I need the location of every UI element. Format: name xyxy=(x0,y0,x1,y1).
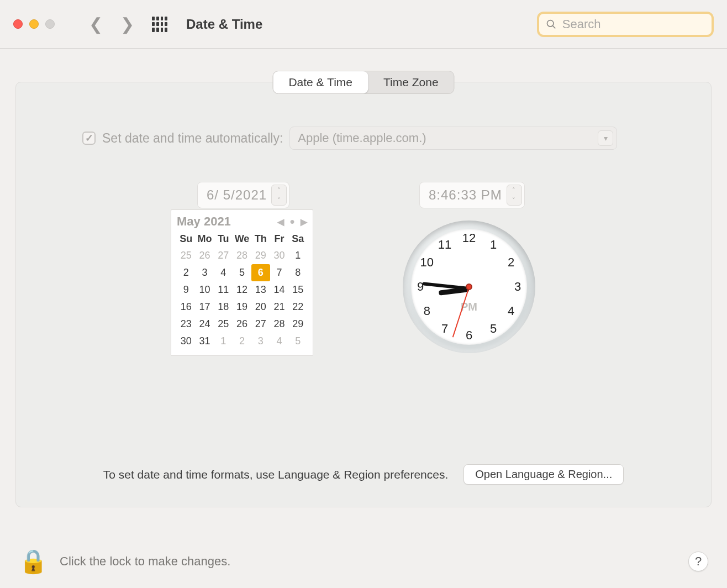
calendar-dow: Tu xyxy=(214,231,233,247)
calendar-day: 14 xyxy=(270,281,289,298)
calendar-day: 4 xyxy=(270,333,289,350)
calendar: May 2021 ◀ ● ▶ SuMoTuWeThFrSa25262728293… xyxy=(171,209,313,356)
calendar-header: May 2021 ◀ ● ▶ xyxy=(177,214,307,229)
lock-hint: Click the lock to make changes. xyxy=(60,554,230,569)
calendar-day: 8 xyxy=(288,264,307,281)
calendar-day: 4 xyxy=(214,264,233,281)
time-server-value: Apple (time.apple.com.) xyxy=(298,131,426,145)
clock-number: 2 xyxy=(503,255,519,270)
calendar-dow: Su xyxy=(177,231,196,247)
calendar-day: 16 xyxy=(177,298,196,316)
clock-number: 4 xyxy=(503,304,519,318)
calendar-day: 24 xyxy=(196,316,214,333)
tab-bar: Date & Time Time Zone xyxy=(272,71,454,94)
tab-time-zone[interactable]: Time Zone xyxy=(368,71,454,93)
calendar-dow: Sa xyxy=(288,231,307,247)
calendar-day: 27 xyxy=(214,247,233,264)
chevron-down-icon: ▾ xyxy=(598,130,613,146)
window-title: Date & Time xyxy=(186,17,262,32)
clock-face: PM 121234567891011 xyxy=(411,229,527,345)
calendar-day: 6 xyxy=(251,264,270,281)
calendar-day: 18 xyxy=(214,298,233,316)
calendar-day: 3 xyxy=(251,333,270,350)
clock-number: 8 xyxy=(419,304,435,318)
clock-number: 12 xyxy=(461,231,477,245)
calendar-day: 29 xyxy=(251,247,270,264)
lock-icon[interactable]: 🔒 xyxy=(19,548,48,575)
calendar-dow: Mo xyxy=(196,231,214,247)
zoom-window-button xyxy=(45,19,55,29)
open-language-region-button[interactable]: Open Language & Region... xyxy=(463,464,624,485)
clock-number: 5 xyxy=(486,322,501,336)
calendar-day: 1 xyxy=(288,247,307,264)
calendar-day: 29 xyxy=(288,316,307,333)
calendar-day: 30 xyxy=(270,247,289,264)
calendar-day: 5 xyxy=(233,264,251,281)
auto-set-row: ✓ Set date and time automatically: Apple… xyxy=(82,127,617,150)
show-all-icon[interactable] xyxy=(152,17,167,32)
calendar-day: 25 xyxy=(177,247,196,264)
calendar-day: 3 xyxy=(196,264,214,281)
calendar-next-icon: ▶ xyxy=(301,217,307,227)
calendar-nav: ◀ ● ▶ xyxy=(277,217,307,227)
calendar-dow: Fr xyxy=(270,231,289,247)
clock-number: 6 xyxy=(461,328,477,343)
calendar-dow: Th xyxy=(251,231,270,247)
calendar-day: 27 xyxy=(251,316,270,333)
calendar-day: 21 xyxy=(270,298,289,316)
calendar-day: 22 xyxy=(288,298,307,316)
date-stepper: 6/ 5/2021 ˄˅ xyxy=(197,182,289,208)
calendar-day: 11 xyxy=(214,281,233,298)
calendar-day: 26 xyxy=(196,247,214,264)
lock-row: 🔒 Click the lock to make changes. ? xyxy=(19,548,708,575)
analog-clock: PM 121234567891011 xyxy=(403,221,535,353)
calendar-day: 5 xyxy=(288,333,307,350)
minute-hand xyxy=(422,282,469,290)
help-button[interactable]: ? xyxy=(688,552,708,571)
window-controls xyxy=(13,19,55,29)
calendar-day: 19 xyxy=(233,298,251,316)
close-window-button[interactable] xyxy=(13,19,23,29)
calendar-day: 30 xyxy=(177,333,196,350)
calendar-day: 28 xyxy=(270,316,289,333)
calendar-grid: SuMoTuWeThFrSa25262728293012345678910111… xyxy=(177,231,307,350)
calendar-day: 28 xyxy=(233,247,251,264)
date-value: 6/ 5/2021 xyxy=(207,187,267,203)
panel-footer: To set date and time formats, use Langua… xyxy=(16,464,711,485)
clock-number: 7 xyxy=(437,322,452,336)
calendar-day: 26 xyxy=(233,316,251,333)
settings-panel: Date & Time Time Zone ✓ Set date and tim… xyxy=(15,82,712,507)
calendar-day: 9 xyxy=(177,281,196,298)
calendar-day: 25 xyxy=(214,316,233,333)
time-stepper: 8:46:33 PM ˄˅ xyxy=(419,182,525,208)
calendar-day: 31 xyxy=(196,333,214,350)
calendar-day: 2 xyxy=(233,333,251,350)
calendar-day: 2 xyxy=(177,264,196,281)
calendar-day: 13 xyxy=(251,281,270,298)
clock-number: 3 xyxy=(510,280,525,294)
calendar-day: 12 xyxy=(233,281,251,298)
titlebar: ❮ ❯ Date & Time xyxy=(0,0,727,49)
search-input[interactable] xyxy=(562,17,705,32)
calendar-day: 17 xyxy=(196,298,214,316)
clock-number: 10 xyxy=(419,255,435,270)
format-hint: To set date and time formats, use Langua… xyxy=(103,468,449,481)
calendar-month-label: May 2021 xyxy=(177,214,231,229)
search-field[interactable] xyxy=(537,12,714,37)
svg-line-1 xyxy=(552,25,555,28)
clock-number: 1 xyxy=(486,238,501,252)
auto-set-label: Set date and time automatically: xyxy=(102,131,283,146)
time-spinner: ˄˅ xyxy=(507,185,522,206)
calendar-day: 10 xyxy=(196,281,214,298)
back-button[interactable]: ❮ xyxy=(83,14,108,34)
calendar-day: 23 xyxy=(177,316,196,333)
search-icon xyxy=(546,18,557,30)
content-area: Date & Time Time Zone ✓ Set date and tim… xyxy=(0,49,727,507)
calendar-day: 1 xyxy=(214,333,233,350)
calendar-day: 20 xyxy=(251,298,270,316)
minimize-window-button[interactable] xyxy=(29,19,39,29)
calendar-day: 15 xyxy=(288,281,307,298)
time-server-combo: Apple (time.apple.com.) ▾ xyxy=(289,127,617,150)
clock-number: 11 xyxy=(437,238,452,252)
tab-date-time[interactable]: Date & Time xyxy=(273,71,368,93)
